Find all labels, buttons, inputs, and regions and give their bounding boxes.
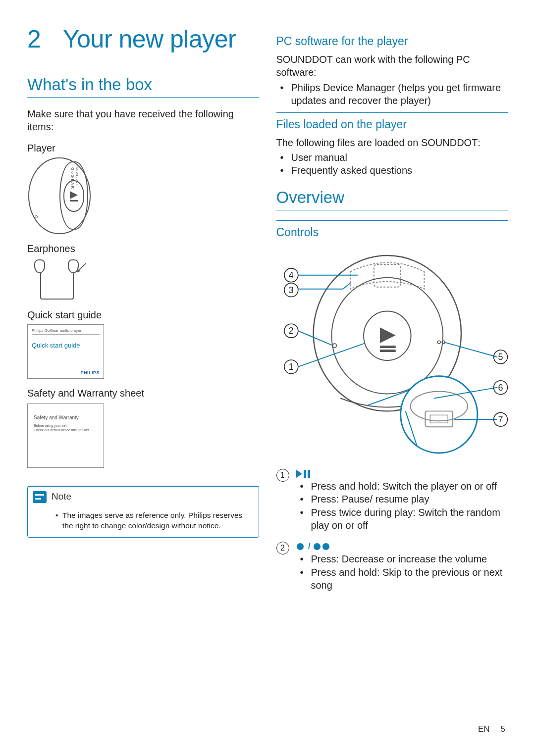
safety-line2: Check out details inside this booklet — [34, 428, 98, 432]
qsg-illustration: Philips GoGear audio player Quick start … — [27, 324, 104, 379]
files-loaded-intro: The following files are loaded on SOUNDD… — [276, 136, 508, 149]
svg-text:/: / — [308, 543, 311, 551]
files-bullet-1: User manual — [291, 151, 508, 164]
diagram-label-6: 6 — [498, 382, 503, 392]
c2-b2: Press and hold: Skip to the previous or … — [311, 566, 508, 592]
svg-marker-7 — [379, 327, 395, 343]
diagram-label-7: 7 — [498, 414, 503, 424]
page-footer: EN 5 — [478, 724, 505, 734]
control-num-1: 1 — [276, 469, 289, 482]
note-box: Note The images serve as reference only.… — [27, 486, 259, 538]
control-row-1: 1 Press and hold: Switch the player on o… — [276, 469, 508, 537]
pc-software-bullet: Philips Device Manager (helps you get fi… — [291, 81, 508, 107]
item-earphones-label: Earphones — [27, 242, 259, 255]
safety-title-text: Safety and Warranty — [34, 415, 98, 420]
svg-line-22 — [298, 331, 333, 346]
svg-point-39 — [314, 543, 321, 550]
files-bullet-2: Frequently asked questions — [291, 164, 508, 177]
play-pause-icon — [296, 469, 508, 478]
item-qsg-label: Quick start guide — [27, 308, 259, 321]
control-row-2: 2 / Press: Decrease or increase the volu… — [276, 542, 508, 597]
svg-line-23 — [298, 343, 365, 367]
left-column: 2Your new player What's in the box Make … — [27, 25, 259, 597]
svg-point-13 — [400, 376, 477, 453]
svg-rect-9 — [379, 350, 395, 352]
player-illustration: GoGEAR SOUNDDOT — [27, 157, 92, 234]
svg-rect-8 — [379, 346, 395, 348]
subsection-controls: Controls — [276, 220, 508, 239]
diagram-label-3: 3 — [288, 285, 293, 295]
c2-b1: Press: Decrease or increase the volume — [311, 553, 508, 565]
qsg-title-text: Quick start guide — [32, 342, 100, 349]
controls-diagram: 4 3 2 1 5 6 7 — [276, 244, 508, 462]
earphones-illustration — [27, 258, 87, 301]
note-label: Note — [52, 491, 71, 502]
chapter-heading: 2Your new player — [27, 25, 259, 53]
svg-point-37 — [297, 543, 304, 550]
note-icon — [33, 491, 47, 503]
volume-dots-icon: / — [296, 542, 508, 551]
diagram-label-1: 1 — [288, 362, 293, 372]
chapter-title: Your new player — [63, 25, 236, 53]
play-pause-icon — [69, 190, 79, 202]
c1-b3: Press twice during play: Switch the rand… — [311, 506, 508, 532]
note-text: The images serve as reference only. Phil… — [62, 510, 253, 531]
section-whats-in-the-box: What's in the box — [27, 75, 259, 98]
box-intro: Make sure that you have received the fol… — [27, 107, 259, 134]
svg-line-24 — [444, 342, 497, 357]
player-model-text: SOUNDDOT — [76, 167, 79, 186]
svg-rect-36 — [308, 470, 310, 478]
qsg-top-text: Philips GoGear audio player — [32, 328, 100, 335]
player-brand-text: GoGEAR — [70, 167, 75, 190]
svg-rect-35 — [304, 470, 306, 478]
item-player-label: Player — [27, 142, 259, 154]
chapter-number: 2 — [27, 25, 63, 53]
footer-page-number: 5 — [501, 724, 505, 734]
svg-marker-0 — [70, 191, 78, 199]
c1-b2: Press: Pause/ resume play — [311, 493, 508, 505]
right-column: PC software for the player SOUNDDOT can … — [276, 25, 508, 597]
safety-line1: Before using your set: — [34, 423, 98, 428]
control-num-2: 2 — [276, 542, 289, 554]
safety-illustration: Safety and Warranty Before using your se… — [27, 403, 104, 468]
pc-software-intro: SOUNDDOT can work with the following PC … — [276, 53, 508, 79]
svg-point-40 — [322, 543, 329, 550]
svg-marker-34 — [296, 470, 302, 478]
svg-line-21 — [343, 283, 350, 289]
item-safety-label: Safety and Warranty sheet — [27, 387, 259, 400]
svg-point-11 — [437, 341, 440, 344]
subsection-pc-software: PC software for the player — [276, 35, 508, 48]
subsection-files-loaded: Files loaded on the player — [276, 112, 508, 131]
svg-point-10 — [332, 344, 336, 348]
footer-lang: EN — [478, 724, 490, 734]
svg-rect-1 — [70, 200, 78, 202]
diagram-label-2: 2 — [288, 326, 293, 336]
c1-b1: Press and hold: Switch the player on or … — [311, 480, 508, 493]
diagram-label-4: 4 — [288, 270, 293, 280]
svg-rect-4 — [374, 264, 400, 287]
qsg-brand-text: PHILIPS — [80, 370, 100, 375]
diagram-label-5: 5 — [498, 352, 503, 362]
section-overview: Overview — [276, 188, 508, 210]
